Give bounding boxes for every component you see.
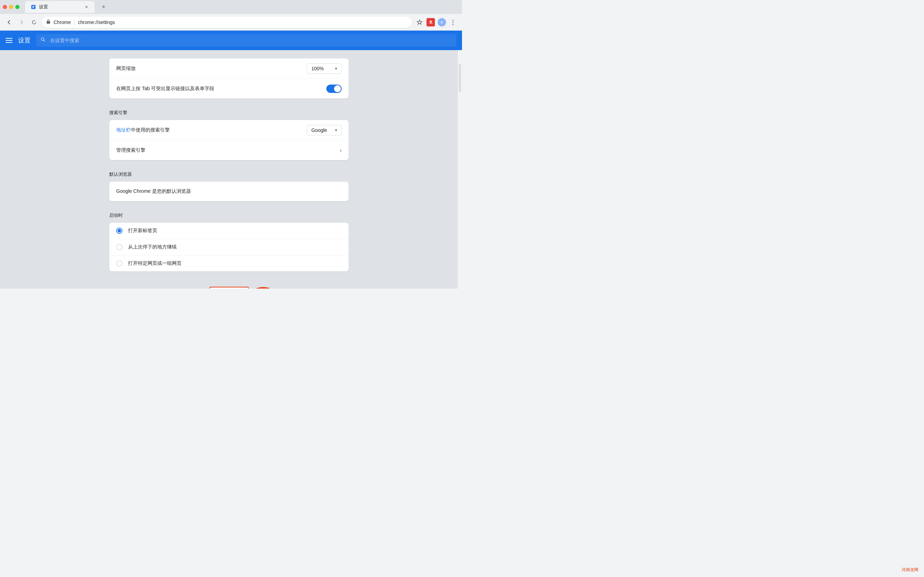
browser-window: 设置 ✕ +	[0, 0, 462, 288]
default-browser-card: Google Chrome 是您的默认浏览器	[109, 182, 349, 201]
address-brand: Chrome	[53, 19, 71, 25]
page-zoom-row: 网页缩放 100% ▾	[109, 58, 349, 79]
traffic-lights	[3, 5, 19, 9]
tab-highlight-label: 在网页上按 Tab 可突出显示链接以及表单字段	[116, 85, 326, 92]
tab-title: 设置	[39, 4, 81, 10]
search-engine-value: Google	[311, 127, 327, 133]
page-zoom-label: 网页缩放	[116, 65, 307, 72]
svg-line-12	[44, 40, 45, 42]
settings-search-container	[36, 34, 456, 47]
reload-button[interactable]	[29, 18, 39, 27]
manage-search-engine-row[interactable]: 管理搜索引擎 ›	[109, 140, 349, 160]
search-engine-card: 地址栏中使用的搜索引擎 Google ▾ 管理搜索引擎 ›	[109, 120, 349, 160]
sidebar-menu-button[interactable]	[6, 37, 13, 44]
nav-right-controls: 龙 A	[415, 18, 458, 27]
settings-page: 设置 网页缩放	[0, 31, 462, 288]
address-bar-link[interactable]: 地址栏	[116, 127, 131, 132]
address-bar[interactable]: Chrome | chrome://settings	[42, 17, 412, 28]
settings-content: 网页缩放 100% ▾ 在网页上按 Tab 可突出显示链接以及表单字段	[104, 58, 354, 288]
extension-button[interactable]: 龙	[426, 18, 436, 27]
scrollbar-track[interactable]	[458, 50, 462, 288]
address-divider: |	[74, 19, 75, 26]
active-tab[interactable]: 设置 ✕	[25, 1, 95, 13]
title-bar: 设置 ✕ +	[0, 0, 462, 14]
back-button[interactable]	[4, 18, 14, 27]
search-engine-dropdown[interactable]: Google ▾	[307, 125, 341, 135]
on-startup-card: 打开新标签页 从上次停下的地方继续 打开特定网页或一组网页	[109, 223, 349, 271]
radio-dot	[118, 229, 121, 232]
svg-point-5	[452, 19, 454, 21]
bookmark-button[interactable]	[415, 18, 425, 27]
startup-option-3-label: 打开特定网页或一组网页	[128, 260, 182, 267]
tab-close-button[interactable]: ✕	[84, 4, 89, 10]
address-bar-search-label: 地址栏中使用的搜索引擎	[116, 127, 307, 133]
svg-rect-9	[6, 40, 13, 41]
address-bar-suffix: 中使用的搜索引擎	[131, 127, 170, 132]
dropdown-arrow-icon: ▾	[335, 66, 337, 71]
address-lock-icon	[46, 19, 51, 25]
startup-option-3[interactable]: 打开特定网页或一组网页	[109, 255, 349, 271]
default-browser-section-title: 默认浏览器	[109, 168, 349, 182]
page-zoom-value: 100%	[311, 66, 324, 71]
search-engine-section-title: 搜索引擎	[109, 107, 349, 120]
default-browser-status-text: Google Chrome 是您的默认浏览器	[116, 188, 341, 195]
toggle-thumb	[334, 85, 341, 92]
navigation-bar: Chrome | chrome://settings 龙 A	[0, 14, 462, 31]
advanced-area: 高级 ▾	[109, 280, 349, 288]
chrome-menu-button[interactable]	[448, 18, 458, 27]
close-button[interactable]	[3, 5, 7, 9]
tab-favicon	[31, 4, 36, 10]
minimize-button[interactable]	[9, 5, 13, 9]
default-browser-status-row: Google Chrome 是您的默认浏览器	[109, 182, 349, 201]
address-url: chrome://settings	[78, 19, 115, 25]
startup-option-1-label: 打开新标签页	[128, 227, 157, 234]
radio-unselected-icon	[116, 244, 122, 250]
address-bar-search-row: 地址栏中使用的搜索引擎 Google ▾	[109, 120, 349, 140]
settings-page-title: 设置	[18, 36, 31, 45]
row-chevron-icon: ›	[340, 147, 341, 153]
toggle-track	[326, 85, 341, 93]
manage-search-engine-label: 管理搜索引擎	[116, 147, 340, 153]
arrow-annotation	[223, 283, 272, 288]
avatar: A	[438, 18, 446, 26]
appearance-card: 网页缩放 100% ▾ 在网页上按 Tab 可突出显示链接以及表单字段	[109, 58, 349, 98]
tab-highlight-toggle[interactable]	[326, 85, 341, 93]
startup-option-2[interactable]: 从上次停下的地方继续	[109, 239, 349, 255]
settings-header: 设置	[0, 31, 462, 50]
svg-point-7	[452, 24, 454, 25]
svg-point-6	[452, 22, 454, 23]
maximize-button[interactable]	[15, 5, 19, 9]
svg-rect-8	[6, 38, 13, 39]
search-dropdown-arrow-icon: ▾	[335, 128, 337, 132]
new-tab-button[interactable]: +	[99, 2, 109, 12]
profile-button[interactable]: A	[437, 18, 447, 27]
settings-body: 网页缩放 100% ▾ 在网页上按 Tab 可突出显示链接以及表单字段	[0, 50, 462, 288]
settings-main: 网页缩放 100% ▾ 在网页上按 Tab 可突出显示链接以及表单字段	[0, 50, 458, 288]
search-icon	[40, 37, 46, 44]
startup-option-1[interactable]: 打开新标签页	[109, 223, 349, 239]
search-input[interactable]	[36, 34, 456, 47]
svg-rect-4	[47, 21, 50, 24]
tab-highlight-row: 在网页上按 Tab 可突出显示链接以及表单字段	[109, 79, 349, 98]
on-startup-section-title: 启动时	[109, 210, 349, 223]
radio-unselected-icon-2	[116, 260, 122, 267]
svg-rect-10	[6, 42, 13, 43]
forward-button[interactable]	[17, 18, 26, 27]
scrollbar-thumb[interactable]	[459, 64, 461, 92]
startup-option-2-label: 从上次停下的地方继续	[128, 244, 177, 250]
page-zoom-dropdown[interactable]: 100% ▾	[307, 63, 341, 74]
extension-badge: 龙	[427, 18, 435, 26]
radio-selected-icon	[116, 227, 122, 234]
